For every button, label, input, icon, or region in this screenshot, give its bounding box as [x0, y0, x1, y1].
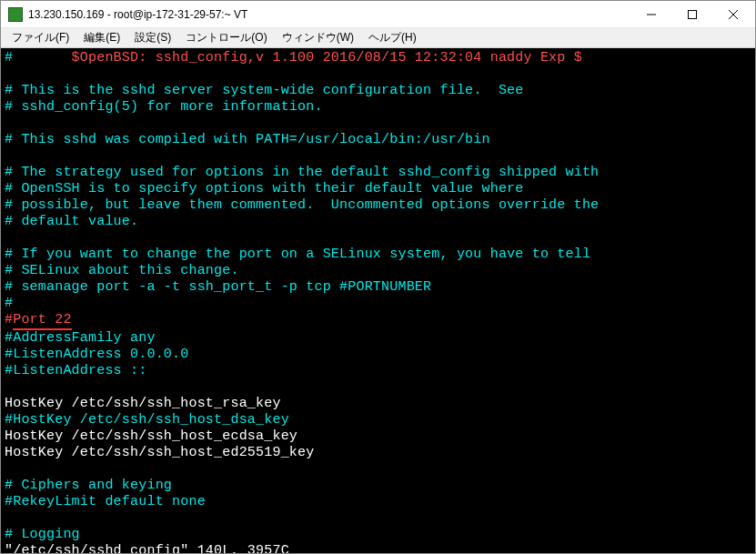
minimize-icon	[647, 10, 656, 19]
menu-control[interactable]: コントロール(O)	[178, 28, 274, 47]
term-line: #	[5, 296, 13, 311]
term-line: # The strategy used for options in the d…	[5, 165, 599, 180]
term-line: # sshd_config(5) for more information.	[5, 99, 323, 115]
port-line: Port 22	[13, 312, 71, 330]
window-controls	[630, 2, 753, 27]
term-line: #	[5, 312, 13, 327]
close-button[interactable]	[712, 2, 753, 27]
term-line: # This sshd was compiled with PATH=/usr/…	[5, 132, 490, 147]
term-line: #HostKey /etc/ssh/ssh_host_dsa_key	[5, 412, 289, 428]
term-line: #ListenAddress ::	[5, 363, 146, 378]
term-line: #AddressFamily any	[5, 330, 156, 346]
app-icon	[8, 7, 23, 22]
maximize-button[interactable]	[671, 2, 712, 27]
term-line: # OpenSSH is to specify options with the…	[5, 181, 524, 196]
menu-edit[interactable]: 編集(E)	[76, 28, 127, 47]
term-line: HostKey /etc/ssh/ssh_host_ecdsa_key	[5, 428, 297, 444]
titlebar[interactable]: 13.230.150.169 - root@ip-172-31-29-57:~ …	[1, 1, 755, 28]
term-line: HostKey /etc/ssh/ssh_host_rsa_key	[5, 396, 281, 411]
term-line: # Logging	[5, 527, 80, 542]
term-line: $OpenBSD: sshd_config,v 1.100 2016/08/15…	[13, 50, 582, 65]
term-line: # If you want to change the port on a SE…	[5, 247, 590, 262]
svg-rect-1	[688, 10, 696, 18]
close-icon	[729, 10, 738, 19]
term-line: #	[5, 50, 13, 65]
window-title: 13.230.150.169 - root@ip-172-31-29-57:~ …	[28, 8, 630, 21]
menu-help[interactable]: ヘルプ(H)	[361, 28, 424, 47]
window-frame: 13.230.150.169 - root@ip-172-31-29-57:~ …	[0, 0, 756, 554]
term-line: # SELinux about this change.	[5, 263, 239, 278]
terminal-area[interactable]: # $OpenBSD: sshd_config,v 1.100 2016/08/…	[1, 48, 755, 553]
maximize-icon	[688, 10, 697, 19]
term-line: #ListenAddress 0.0.0.0	[5, 347, 188, 362]
term-line: # default value.	[5, 214, 138, 229]
term-line: # semanage port -a -t ssh_port_t -p tcp …	[5, 279, 431, 295]
vim-status-line: "/etc/ssh/sshd_config" 140L, 3957C	[5, 543, 289, 553]
menu-file[interactable]: ファイル(F)	[5, 28, 76, 47]
term-line: #RekeyLimit default none	[5, 494, 206, 509]
minimize-button[interactable]	[630, 2, 671, 27]
term-line: # possible, but leave them commented. Un…	[5, 197, 599, 213]
term-line: # Ciphers and keying	[5, 478, 172, 493]
term-line: # This is the sshd server system-wide co…	[5, 83, 524, 98]
term-line: HostKey /etc/ssh/ssh_host_ed25519_key	[5, 445, 314, 460]
menubar: ファイル(F) 編集(E) 設定(S) コントロール(O) ウィンドウ(W) ヘ…	[1, 28, 755, 48]
menu-settings[interactable]: 設定(S)	[127, 28, 178, 47]
menu-window[interactable]: ウィンドウ(W)	[275, 28, 361, 47]
